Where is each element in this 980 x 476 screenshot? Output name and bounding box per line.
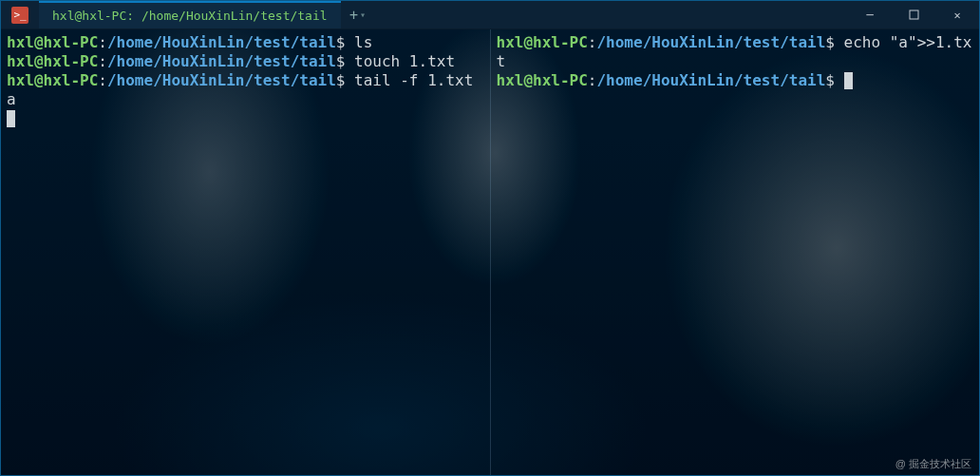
plus-icon: + <box>349 7 358 24</box>
cursor <box>844 72 853 89</box>
prompt-colon: : <box>98 33 107 51</box>
command-text: tail -f 1.txt <box>354 71 473 89</box>
command-text: touch 1.txt <box>354 52 455 70</box>
terminal-icon: >_ <box>11 7 28 24</box>
prompt-symbol: $ <box>825 33 843 51</box>
terminal-window: >_ hxl@hxl-PC: /home/HouXinLin/test/tail… <box>0 0 980 476</box>
prompt-path: /home/HouXinLin/test/tail <box>596 71 825 89</box>
tab-active[interactable]: hxl@hxl-PC: /home/HouXinLin/test/tail <box>39 1 341 29</box>
terminal-line: hxl@hxl-PC:/home/HouXinLin/test/tail$ <box>497 71 974 90</box>
app-icon-box[interactable]: >_ <box>1 1 39 29</box>
prompt-symbol: $ <box>336 71 354 89</box>
maximize-button[interactable] <box>892 1 935 29</box>
prompt-user: hxl@hxl-PC <box>7 52 98 70</box>
prompt-user: hxl@hxl-PC <box>7 33 98 51</box>
prompt-path: /home/HouXinLin/test/tail <box>107 33 336 51</box>
prompt-path: /home/HouXinLin/test/tail <box>107 52 336 70</box>
prompt-colon: : <box>98 71 107 89</box>
chevron-down-icon[interactable]: ▾ <box>360 10 366 20</box>
terminal-line: hxl@hxl-PC:/home/HouXinLin/test/tail$ ls <box>7 33 484 52</box>
terminal-line: hxl@hxl-PC:/home/HouXinLin/test/tail$ ec… <box>497 33 974 71</box>
terminal-line: hxl@hxl-PC:/home/HouXinLin/test/tail$ ta… <box>7 71 484 90</box>
terminal-line: hxl@hxl-PC:/home/HouXinLin/test/tail$ to… <box>7 52 484 71</box>
prompt-symbol: $ <box>336 52 354 70</box>
right-pane[interactable]: hxl@hxl-PC:/home/HouXinLin/test/tail$ ec… <box>491 29 980 475</box>
minimize-icon: ─ <box>866 9 873 22</box>
minimize-button[interactable]: ─ <box>848 1 892 29</box>
watermark: @ 掘金技术社区 <box>895 457 971 471</box>
output-line: a <box>7 90 484 109</box>
command-text: ls <box>354 33 372 51</box>
close-button[interactable]: ✕ <box>935 1 979 29</box>
prompt-user: hxl@hxl-PC <box>497 71 588 89</box>
new-tab-button[interactable]: + ▾ <box>341 1 375 29</box>
prompt-colon: : <box>98 52 107 70</box>
left-pane[interactable]: hxl@hxl-PC:/home/HouXinLin/test/tail$ ls… <box>1 29 491 475</box>
prompt-symbol: $ <box>825 71 843 89</box>
titlebar[interactable]: >_ hxl@hxl-PC: /home/HouXinLin/test/tail… <box>1 1 979 29</box>
cursor <box>7 110 15 127</box>
svg-rect-0 <box>910 10 918 19</box>
cursor-line <box>7 109 484 128</box>
close-icon: ✕ <box>953 9 960 22</box>
tab-title: hxl@hxl-PC: /home/HouXinLin/test/tail <box>52 9 328 23</box>
prompt-symbol: $ <box>336 33 354 51</box>
prompt-user: hxl@hxl-PC <box>497 33 588 51</box>
maximize-icon <box>909 10 919 20</box>
prompt-user: hxl@hxl-PC <box>7 71 98 89</box>
prompt-path: /home/HouXinLin/test/tail <box>596 33 825 51</box>
titlebar-drag-area[interactable] <box>375 1 848 29</box>
prompt-path: /home/HouXinLin/test/tail <box>107 71 336 89</box>
split-panes: hxl@hxl-PC:/home/HouXinLin/test/tail$ ls… <box>1 29 979 475</box>
